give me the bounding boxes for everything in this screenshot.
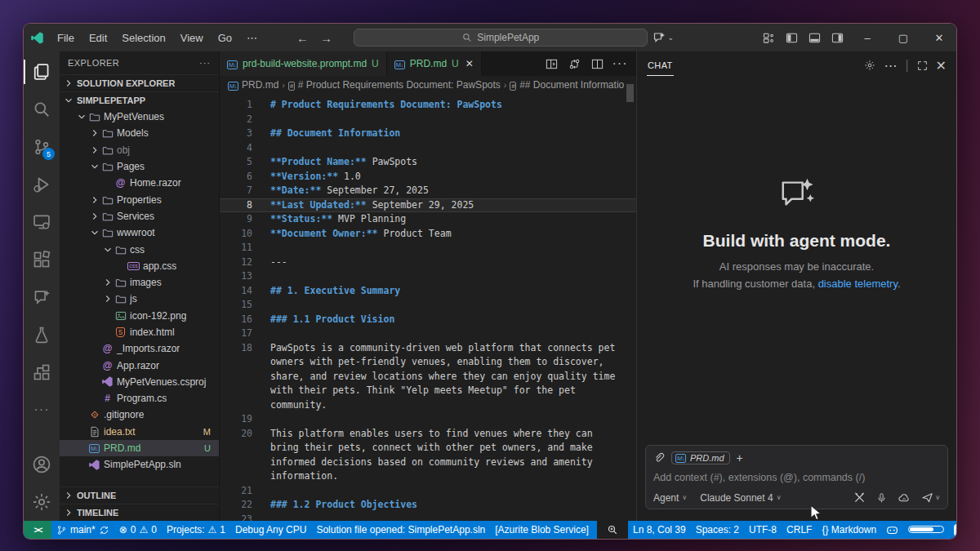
activitybar-account-icon[interactable]: [24, 446, 60, 483]
chevron-right-icon[interactable]: [102, 277, 114, 288]
chat-input-box[interactable]: M↓ PRD.md + Add context (#), extensions …: [645, 445, 948, 509]
sidebar-section-outline[interactable]: OUTLINE: [60, 487, 219, 504]
statusbar-usage-meter[interactable]: [903, 521, 949, 539]
statusbar-solution-status[interactable]: Solution file opened: SimplePetApp.sln: [311, 521, 490, 539]
split-editor-icon[interactable]: [587, 54, 607, 73]
chevron-right-icon[interactable]: [89, 127, 100, 139]
tree-section-solution-explorer[interactable]: SOLUTION EXPLORER: [60, 74, 219, 91]
code-line-4[interactable]: 4: [220, 141, 636, 156]
statusbar-azurite[interactable]: [Azurite Blob Service]: [490, 521, 594, 539]
maximize-button[interactable]: ▢: [886, 24, 920, 51]
close-button[interactable]: ✕: [922, 24, 956, 51]
more-icon[interactable]: ···: [610, 54, 630, 73]
tree-item-.gitignore[interactable]: .gitignore: [60, 407, 219, 423]
open-changes-icon[interactable]: [564, 54, 584, 73]
tree-item-obj[interactable]: obj: [60, 142, 219, 158]
activitybar-remote-explorer-icon[interactable]: [24, 203, 60, 241]
activitybar-more-icon[interactable]: ···: [24, 391, 60, 429]
tools-icon[interactable]: [853, 491, 866, 504]
mode-picker[interactable]: Agent∨: [653, 492, 687, 504]
statusbar-git-branch[interactable]: main*: [51, 521, 114, 539]
code-line-2[interactable]: 2: [220, 113, 636, 127]
tree-item-icon-192.png[interactable]: icon-192.png: [60, 308, 219, 324]
breadcrumb-item[interactable]: ## Product Requirements Document: PawSpo…: [288, 79, 501, 91]
statusbar-projects-warning[interactable]: Projects:⚠1: [162, 521, 230, 539]
breadcrumb-item[interactable]: ### Document Informatio: [510, 79, 624, 91]
menu-view[interactable]: View: [174, 29, 210, 47]
activitybar-settings-icon[interactable]: [24, 483, 60, 521]
tree-item-index.html[interactable]: 5index.html: [60, 324, 219, 340]
statusbar-copilot-status[interactable]: [881, 521, 903, 539]
tree-item--imports.razor[interactable]: @_Imports.razor: [60, 340, 219, 357]
attach-paperclip-icon[interactable]: [653, 452, 665, 464]
tree-item-services[interactable]: Services: [60, 208, 219, 224]
sidebar-section-timeline[interactable]: TIMELINE: [60, 504, 219, 521]
tree-item-mypetvenues[interactable]: MyPetVenues: [60, 109, 219, 125]
activitybar-solution-explorer-icon[interactable]: [24, 353, 60, 391]
code-line-20[interactable]: 20This platform enables users to find ve…: [220, 427, 636, 484]
code-line-16[interactable]: 16### 1.1 Product Vision: [220, 313, 636, 327]
tree-section-simplepetapp[interactable]: SIMPLEPETAPP: [60, 91, 219, 109]
toggle-secondary-sidebar-icon[interactable]: [826, 27, 849, 48]
customize-layout-icon[interactable]: [757, 27, 780, 48]
statusbar-problems[interactable]: ⊗0⚠0: [114, 521, 162, 539]
chevron-right-icon[interactable]: [102, 293, 114, 304]
tree-item-pages[interactable]: Pages: [60, 158, 219, 175]
chevron-down-icon[interactable]: [89, 227, 100, 238]
disable-telemetry-link[interactable]: disable telemetry: [818, 278, 898, 290]
toggle-panel-icon[interactable]: [803, 27, 826, 48]
menu-go[interactable]: Go: [212, 29, 238, 47]
chat-more-icon[interactable]: ⋯: [884, 58, 897, 73]
code-line-19[interactable]: 19: [220, 412, 636, 427]
chat-settings-gear-icon[interactable]: [864, 60, 875, 71]
explorer-more-actions-icon[interactable]: ···: [199, 58, 211, 68]
tab-close-icon[interactable]: ✕: [466, 58, 474, 69]
tree-item-js[interactable]: js: [60, 291, 219, 307]
microphone-icon[interactable]: [876, 492, 887, 504]
breadcrumb-item[interactable]: M↓PRD.md: [228, 79, 278, 91]
code-line-14[interactable]: 14## 1. Executive Summary: [220, 284, 636, 299]
statusbar-debug-config[interactable]: Debug Any CPU: [230, 521, 311, 539]
code-line-21[interactable]: 21: [220, 484, 636, 499]
breadcrumb[interactable]: M↓PRD.md›## Product Requirements Documen…: [220, 76, 636, 94]
tree-item-models[interactable]: Models: [60, 125, 219, 141]
tree-item-idea.txt[interactable]: idea.txtM: [60, 424, 219, 440]
statusbar-indentation[interactable]: Spaces: 2: [691, 521, 744, 539]
activitybar-copilot-edits-icon[interactable]: [24, 278, 60, 316]
tree-item-prd.md[interactable]: M↓PRD.mdU: [60, 440, 219, 456]
editor-scrollbar[interactable]: [626, 84, 634, 102]
code-line-17[interactable]: 17: [220, 327, 636, 341]
chevron-right-icon[interactable]: [89, 194, 100, 206]
chevron-down-icon[interactable]: [102, 244, 114, 256]
minimize-button[interactable]: –: [850, 24, 884, 51]
cloud-icon[interactable]: [898, 492, 911, 504]
menu-selection[interactable]: Selection: [115, 29, 172, 47]
statusbar-cursor-position[interactable]: Ln 8, Col 39: [628, 521, 691, 539]
chat-close-icon[interactable]: ✕: [936, 58, 947, 73]
tree-item-wwwroot[interactable]: wwwroot: [60, 224, 219, 241]
code-line-6[interactable]: 6**Version:** 1.0: [220, 170, 636, 184]
chevron-right-icon[interactable]: [63, 78, 74, 89]
command-center-search[interactable]: SimplePetApp: [354, 29, 648, 47]
model-picker[interactable]: Claude Sonnet 4∨: [700, 492, 781, 504]
code-line-10[interactable]: 10**Document Owner:** Product Team: [220, 227, 636, 242]
statusbar-encoding[interactable]: UTF-8: [744, 521, 782, 539]
activitybar-search-icon[interactable]: [24, 91, 60, 128]
activitybar-testing-icon[interactable]: [24, 316, 60, 353]
chevron-right-icon[interactable]: [89, 144, 100, 156]
send-icon[interactable]: ∨: [921, 491, 940, 504]
chevron-down-icon[interactable]: [89, 161, 100, 172]
code-line-1[interactable]: 1# Product Requirements Document: PawSpo…: [220, 98, 636, 113]
code-line-12[interactable]: 12---: [220, 256, 636, 270]
chat-expand-icon[interactable]: [917, 60, 928, 71]
statusbar-zoom-indicator[interactable]: [597, 521, 628, 539]
context-chip-prd[interactable]: M↓ PRD.md: [671, 451, 730, 464]
tree-item-images[interactable]: images: [60, 274, 219, 291]
tree-item-home.razor[interactable]: @Home.razor: [60, 175, 219, 191]
code-line-3[interactable]: 3## Document Information: [220, 127, 636, 141]
tab-prd.md[interactable]: M↓ PRD.md U✕: [387, 51, 482, 76]
copilot-menu-caret[interactable]: ⌄: [667, 33, 674, 42]
code-line-9[interactable]: 9**Status:** MVP Planning: [220, 212, 636, 227]
open-preview-icon[interactable]: [541, 54, 561, 73]
activitybar-source-control-icon[interactable]: 5: [24, 128, 60, 166]
